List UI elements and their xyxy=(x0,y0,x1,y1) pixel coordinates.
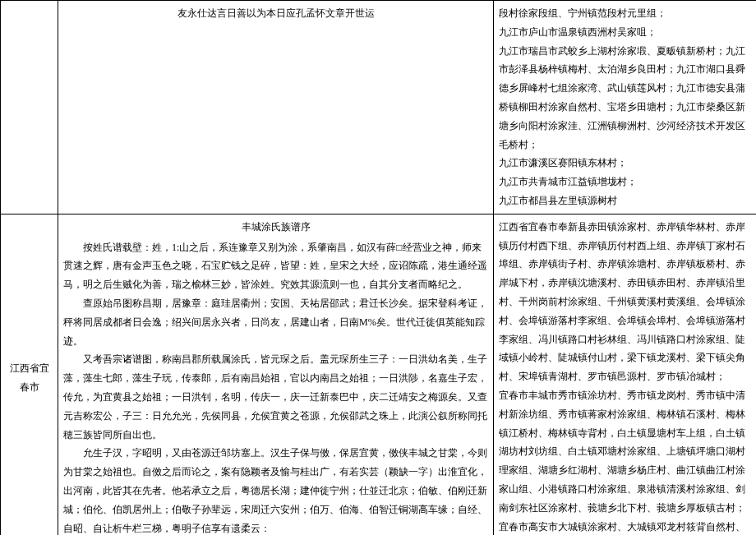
region-cell: 江西省宜春市 xyxy=(1,214,58,535)
genealogy-text-cell: 友永仕达言日善以为本日应孔孟怀文章开世运 xyxy=(58,1,494,214)
location-line: 九江市濂溪区赛阳镇东林村； xyxy=(499,154,751,173)
location-line: 九江市都昌县左里镇源树村 xyxy=(499,191,751,210)
document-page: 友永仕达言日善以为本日应孔孟怀文章开世运 段村徐家段组、宁州镇范段村元里组； 九… xyxy=(0,0,756,535)
location-list-cell: 江西省宜春市奉新县赤田镇涂家村、赤岸镇华林村、赤岸镇历付村西下组、赤岸镇历付村西… xyxy=(494,214,757,535)
entry-title: 友永仕达言日善以为本日应孔孟怀文章开世运 xyxy=(63,4,488,23)
genealogy-table: 友永仕达言日善以为本日应孔孟怀文章开世运 段村徐家段组、宁州镇范段村元里组； 九… xyxy=(0,0,756,535)
genealogy-text-cell: 丰城涂氏族谱序 按姓氏谱载壁：姓，1:山之后，系连豫章又别为涂，系肇南昌，如汉有… xyxy=(58,214,494,535)
entry-title: 丰城涂氏族谱序 xyxy=(63,218,488,237)
location-line: 宜春市高安市大城镇涂家村、大城镇邓龙村筱背自然村、 xyxy=(499,518,751,535)
location-line: 九江市瑞昌市武蛟乡上湖村涂家塅、夏畈镇新桥村；九江市彭泽县杨梓镇梅村、太泊湖乡良… xyxy=(499,42,751,155)
paragraph: 允生子汉，字昭明，又由苍源迁邹坊塞上。汉生子保与傚，保居宜黄，傚侠丰城之甘棠，今… xyxy=(63,444,488,535)
paragraph: 查原始吊图称昌期，居豫章：庭珪居衢州；安国、天祐居邵武；君迁长沙矣。据宋登科考证… xyxy=(63,294,488,350)
paragraph: 又考吾宗诸谱图，称南昌郡所载属涂氏，皆元琛之后。盖元琛所生三子：一日洪幼名美，生… xyxy=(63,350,488,444)
location-line: 宜春市丰城市秀市镇涂坊村、秀市镇龙岗村、秀市镇中清村新涂坊组、秀市镇蒋家村涂家组… xyxy=(499,386,751,518)
location-line: 九江市庐山市温泉镇西洲村吴家咀； xyxy=(499,23,751,42)
paragraph: 按姓氏谱载壁：姓，1:山之后，系连豫章又别为涂，系肇南昌，如汉有薛□经营业之神，… xyxy=(63,238,488,294)
table-row: 江西省宜春市 丰城涂氏族谱序 按姓氏谱载壁：姓，1:山之后，系连豫章又别为涂，系… xyxy=(1,214,757,535)
location-line: 九江市共青城市江益镇增垅村； xyxy=(499,173,751,191)
location-line: 江西省宜春市奉新县赤田镇涂家村、赤岸镇华林村、赤岸镇历付村西下组、赤岸镇历付村西… xyxy=(499,218,751,386)
table-row: 友永仕达言日善以为本日应孔孟怀文章开世运 段村徐家段组、宁州镇范段村元里组； 九… xyxy=(1,1,757,214)
location-list-cell: 段村徐家段组、宁州镇范段村元里组； 九江市庐山市温泉镇西洲村吴家咀； 九江市瑞昌… xyxy=(494,1,757,214)
location-line: 段村徐家段组、宁州镇范段村元里组； xyxy=(499,4,751,23)
region-cell-empty xyxy=(1,1,58,214)
